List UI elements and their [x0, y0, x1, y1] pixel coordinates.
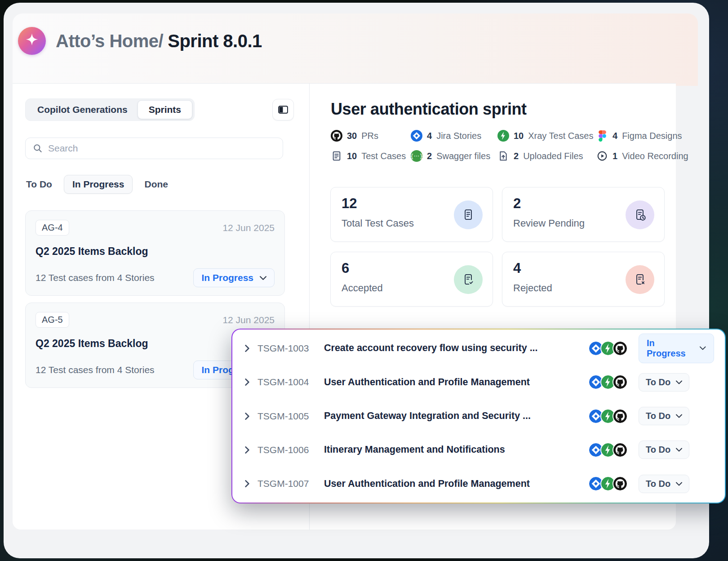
status-value: In Progress [647, 338, 694, 359]
jira-icon [589, 477, 603, 490]
jira-icon [589, 375, 603, 389]
test-case-id: TSGM-1006 [257, 445, 324, 455]
expand-chevron-icon[interactable] [241, 413, 253, 420]
chevron-down-icon [676, 482, 682, 486]
sprint-card-id-badge: AG-5 [36, 312, 69, 328]
expand-chevron-icon[interactable] [241, 480, 253, 487]
xray-icon [601, 375, 615, 389]
test-case-row[interactable]: TSGM-1006 Itinerary Management and Notif… [232, 433, 725, 467]
sprint-card-date: 12 Jun 2025 [222, 315, 275, 325]
xray-icon [601, 477, 615, 490]
sprint-card[interactable]: AG-4 12 Jun 2025 Q2 2025 Items Backlog 1… [25, 210, 285, 296]
card-total-test-cases: 12 Total Test Cases [330, 187, 493, 242]
status-dropdown[interactable]: To Do [639, 441, 689, 459]
breadcrumb-sprint: Sprint 8.0.1 [168, 31, 262, 51]
svg-text:{···}: {···} [411, 153, 422, 160]
sprint-card-id-badge: AG-4 [36, 220, 69, 236]
card-accepted: 6 Accepted [330, 252, 493, 307]
stat-video-recording: 1 Video Recording [596, 150, 688, 162]
stat-label: Xray Test Cases [528, 131, 593, 141]
test-case-row[interactable]: TSGM-1005 Payment Gateway Integration an… [232, 399, 725, 433]
figma-icon [596, 130, 608, 142]
expand-chevron-icon[interactable] [241, 378, 253, 386]
app-logo-icon [18, 27, 46, 55]
integration-icons [589, 477, 627, 490]
test-case-row[interactable]: TSGM-1004 User Authentication and Profil… [232, 365, 725, 399]
status-value: To Do [646, 445, 670, 455]
test-case-row[interactable]: TSGM-1007 User Authentication and Profil… [232, 467, 725, 501]
sprint-stats: 30 PRs 4 Jira Stories 10 Xray Test Cases [331, 130, 688, 162]
stat-label: Test Cases [361, 151, 406, 161]
status-dropdown[interactable]: To Do [639, 407, 689, 425]
xray-icon [497, 130, 509, 142]
view-switcher: Copilot Generations Sprints [25, 98, 195, 121]
github-icon [613, 342, 627, 355]
document-check-icon [454, 265, 483, 294]
stat-label: Figma Designs [622, 131, 682, 141]
jira-icon [589, 342, 603, 355]
github-icon [613, 410, 627, 423]
test-case-title: User Authentication and Profile Manageme… [324, 377, 589, 388]
status-dropdown[interactable]: To Do [639, 475, 689, 493]
search-icon [33, 143, 43, 153]
collapse-panel-button[interactable] [272, 99, 294, 120]
sprint-card-subtitle: 12 Test cases from 4 Stories [36, 365, 155, 375]
sprint-card-status-dropdown[interactable]: In Progress [193, 268, 275, 287]
filter-in-progress[interactable]: In Progress [64, 175, 133, 194]
stat-swagger-files: {···} 2 Swagger files [411, 150, 497, 162]
xray-icon [601, 443, 615, 457]
stat-count: 2 [427, 151, 432, 161]
stat-jira-stories: 4 Jira Stories [411, 130, 497, 142]
tab-copilot-generations[interactable]: Copilot Generations [27, 104, 138, 115]
video-icon [596, 150, 608, 162]
stat-label: Swagger files [436, 151, 490, 161]
stat-count: 2 [514, 151, 519, 161]
stat-prs: 30 PRs [331, 130, 411, 142]
xray-icon [601, 410, 615, 423]
split-panel-icon [278, 106, 288, 114]
summary-cards: 12 Total Test Cases 2 Review Pending 6 A… [330, 187, 665, 307]
github-icon [331, 130, 342, 142]
stat-xray-test-cases: 10 Xray Test Cases [497, 130, 596, 142]
tab-sprints[interactable]: Sprints [138, 100, 192, 119]
expand-chevron-icon[interactable] [241, 345, 253, 352]
page-title: Atto’s Home/Sprint 8.0.1 [56, 31, 262, 51]
status-dropdown[interactable]: To Do [639, 373, 689, 392]
stat-count: 4 [427, 131, 432, 141]
sprint-card-title: Q2 2025 Items Backlog [36, 245, 275, 258]
sprint-title: User authentication sprint [331, 100, 527, 119]
breadcrumb-home[interactable]: Atto’s Home/ [56, 31, 163, 51]
stat-label: PRs [361, 131, 378, 141]
swagger-icon: {···} [411, 150, 422, 162]
stat-count: 30 [347, 131, 357, 141]
stat-count: 1 [613, 151, 617, 161]
stat-label: Jira Stories [436, 131, 481, 141]
search-input[interactable] [48, 143, 275, 154]
jira-icon [589, 443, 603, 457]
github-icon [613, 477, 627, 490]
sprint-card-date: 12 Jun 2025 [222, 223, 275, 233]
integration-icons [589, 375, 627, 389]
chevron-down-icon [700, 346, 706, 350]
status-value: To Do [646, 479, 670, 489]
chevron-down-icon [676, 414, 682, 418]
test-doc-icon [331, 150, 342, 162]
upload-icon [497, 150, 509, 162]
filter-done[interactable]: Done [144, 179, 168, 190]
chevron-down-icon [676, 448, 682, 452]
stat-count: 4 [613, 131, 617, 141]
jira-icon [411, 130, 422, 142]
search-field[interactable] [25, 138, 283, 159]
xray-icon [601, 342, 615, 355]
filter-todo[interactable]: To Do [26, 179, 52, 190]
status-value: In Progress [201, 272, 253, 283]
stat-count: 10 [514, 131, 524, 141]
stat-figma-designs: 4 Figma Designs [596, 130, 688, 142]
test-case-row[interactable]: TSGM-1003 Create account recovery flow u… [232, 331, 725, 365]
status-dropdown[interactable]: In Progress [639, 334, 714, 363]
expand-chevron-icon[interactable] [241, 446, 253, 454]
test-case-title: Payment Gateway Integration and Security… [324, 410, 589, 422]
test-case-id: TSGM-1004 [257, 377, 324, 387]
status-value: To Do [646, 377, 670, 387]
stat-test-cases: 10 Test Cases [331, 150, 411, 162]
